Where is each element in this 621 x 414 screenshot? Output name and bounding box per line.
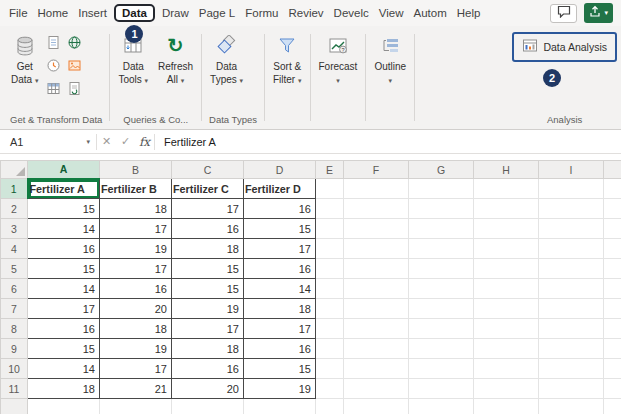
cell-F9[interactable] [344, 339, 409, 359]
cell-E12[interactable] [316, 399, 344, 414]
cell-F1[interactable] [344, 179, 409, 199]
cell-G2[interactable] [409, 199, 474, 219]
tab-autom[interactable]: Autom [408, 2, 451, 24]
column-header-b[interactable]: B [100, 161, 172, 179]
cell-E1[interactable] [316, 179, 344, 199]
cell-I2[interactable] [539, 199, 604, 219]
cell-A3[interactable]: 14 [28, 219, 100, 239]
cell-C2[interactable]: 17 [172, 199, 244, 219]
cell-B5[interactable]: 17 [100, 259, 172, 279]
tab-reviev[interactable]: Reviev [283, 2, 328, 24]
cell-D4[interactable]: 17 [244, 239, 316, 259]
cell-B7[interactable]: 20 [100, 299, 172, 319]
cell-F4[interactable] [344, 239, 409, 259]
row-header-2[interactable]: 2 [1, 199, 28, 219]
row-header-7[interactable]: 7 [1, 299, 28, 319]
from-web-button[interactable] [64, 33, 85, 54]
cell-I6[interactable] [539, 279, 604, 299]
cancel-icon[interactable]: ✕ [97, 135, 116, 148]
data-types-button[interactable]: Data Types ▾ [205, 29, 248, 86]
cell-D12[interactable] [244, 399, 316, 414]
cell-C4[interactable]: 18 [172, 239, 244, 259]
cell-H3[interactable] [474, 219, 539, 239]
cell-B10[interactable]: 17 [100, 359, 172, 379]
cell-D6[interactable]: 14 [244, 279, 316, 299]
from-text-button[interactable] [43, 33, 64, 54]
tab-draw[interactable]: Draw [157, 2, 194, 24]
cell-F11[interactable] [344, 379, 409, 399]
cell-I9[interactable] [539, 339, 604, 359]
cell-F8[interactable] [344, 319, 409, 339]
cell-A6[interactable]: 14 [28, 279, 100, 299]
cell-G10[interactable] [409, 359, 474, 379]
cell-C12[interactable] [172, 399, 244, 414]
tab-help[interactable]: Help [452, 2, 486, 24]
forecast-button[interactable]: ? Forecast ▾ [314, 29, 363, 86]
share-button[interactable]: ▾ [584, 3, 613, 23]
insert-function-icon[interactable]: fx [135, 135, 154, 149]
column-header-d[interactable]: D [244, 161, 316, 179]
cell-E5[interactable] [316, 259, 344, 279]
cell-H9[interactable] [474, 339, 539, 359]
row-header-11[interactable]: 11 [1, 379, 28, 399]
formula-input[interactable]: Fertilizer A [155, 136, 216, 148]
cell-F7[interactable] [344, 299, 409, 319]
tab-formu[interactable]: Formu [240, 2, 283, 24]
name-box[interactable]: A1 ▾ [0, 130, 96, 153]
cell-D3[interactable]: 15 [244, 219, 316, 239]
cell-G1[interactable] [409, 179, 474, 199]
cell-H4[interactable] [474, 239, 539, 259]
get-data-button[interactable]: Get Data ▾ [6, 29, 43, 86]
recent-sources-button[interactable] [43, 56, 64, 77]
existing-connections-button[interactable] [64, 79, 85, 100]
row-header-3[interactable]: 3 [1, 219, 28, 239]
cell-A1[interactable]: Fertilizer A [28, 179, 100, 199]
cell-H12[interactable] [474, 399, 539, 414]
cell-D7[interactable]: 18 [244, 299, 316, 319]
select-all-button[interactable] [1, 161, 28, 179]
cell-F3[interactable] [344, 219, 409, 239]
cell-C9[interactable]: 18 [172, 339, 244, 359]
cell-G11[interactable] [409, 379, 474, 399]
cell-F5[interactable] [344, 259, 409, 279]
cell-A8[interactable]: 16 [28, 319, 100, 339]
column-header-i[interactable]: I [539, 161, 604, 179]
from-table-range-button[interactable] [43, 79, 64, 100]
cell-I4[interactable] [539, 239, 604, 259]
cell-A4[interactable]: 16 [28, 239, 100, 259]
cell-G8[interactable] [409, 319, 474, 339]
comments-button[interactable] [550, 4, 577, 23]
cell-B4[interactable]: 19 [100, 239, 172, 259]
outline-button[interactable]: Outline ▾ [369, 29, 411, 86]
cell-H7[interactable] [474, 299, 539, 319]
cell-A9[interactable]: 15 [28, 339, 100, 359]
cell-D5[interactable]: 16 [244, 259, 316, 279]
cell-F10[interactable] [344, 359, 409, 379]
column-header-a[interactable]: A [28, 161, 100, 179]
tab-insert[interactable]: Insert [73, 2, 112, 24]
cell-I11[interactable] [539, 379, 604, 399]
cell-E7[interactable] [316, 299, 344, 319]
column-header-c[interactable]: C [172, 161, 244, 179]
cell-A10[interactable]: 14 [28, 359, 100, 379]
cell-D9[interactable]: 16 [244, 339, 316, 359]
cell-C7[interactable]: 19 [172, 299, 244, 319]
cell-I3[interactable] [539, 219, 604, 239]
cell-H1[interactable] [474, 179, 539, 199]
tab-view[interactable]: View [374, 2, 409, 24]
column-header-g[interactable]: G [409, 161, 474, 179]
cell-E11[interactable] [316, 379, 344, 399]
cell-D8[interactable]: 17 [244, 319, 316, 339]
cell-I1[interactable] [539, 179, 604, 199]
cell-H6[interactable] [474, 279, 539, 299]
cell-C6[interactable]: 15 [172, 279, 244, 299]
tab-data[interactable]: Data [114, 4, 155, 22]
cell-D11[interactable]: 19 [244, 379, 316, 399]
row-header-6[interactable]: 6 [1, 279, 28, 299]
cell-E2[interactable] [316, 199, 344, 219]
column-header-h[interactable]: H [474, 161, 539, 179]
cell-E10[interactable] [316, 359, 344, 379]
cell-A7[interactable]: 17 [28, 299, 100, 319]
cell-B2[interactable]: 18 [100, 199, 172, 219]
cell-I7[interactable] [539, 299, 604, 319]
